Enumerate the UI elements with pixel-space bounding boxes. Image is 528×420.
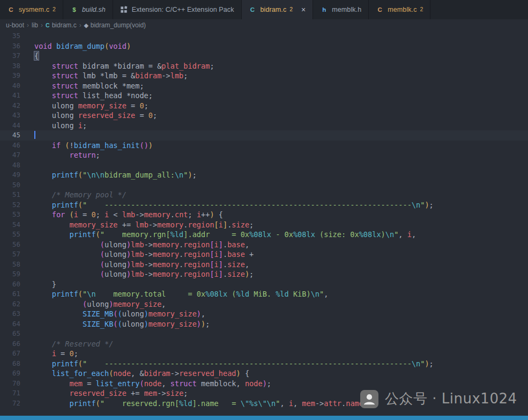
code-line[interactable]: 59 (ulong)lmb->memory.region[i].size); [0,269,528,279]
breadcrumb-item-symbol[interactable]: ◈ bidram_dump(void) [84,21,146,29]
tab-bidram-c[interactable]: C bidram.c 2 × [242,0,314,19]
line-number[interactable]: 45 [0,130,20,141]
line-number[interactable]: 48 [0,160,20,171]
code-line[interactable]: 48 [0,160,528,171]
line-number[interactable]: 35 [0,31,20,41]
line-number[interactable]: 36 [0,41,20,51]
line-number[interactable]: 66 [0,339,20,349]
line-number[interactable]: 37 [0,51,20,61]
line-number[interactable]: 65 [0,329,20,339]
line-number[interactable]: 44 [0,121,20,131]
line-number[interactable]: 63 [0,309,20,319]
line-number[interactable]: 59 [0,269,20,279]
line-number[interactable]: 67 [0,349,20,359]
line-number[interactable]: 68 [0,359,20,369]
code-line[interactable]: 37{ [0,51,528,61]
tab-bar: C sysmem.c 2 $ build.sh Extension: C/C++… [0,0,528,19]
line-number[interactable]: 39 [0,71,20,81]
status-bar[interactable] [0,416,528,420]
code-line[interactable]: 51 /* Memory pool */ [0,190,528,200]
breadcrumb-item-bidram-c[interactable]: C bidram.c [46,21,77,29]
line-number[interactable]: 69 [0,369,20,379]
code-line[interactable]: 64 SIZE_KB((ulong)memory_size)); [0,319,528,329]
token: region [183,250,210,259]
code-line[interactable]: 38 struct bidram *bidram = &plat_bidram; [0,61,528,71]
line-number[interactable]: 55 [0,230,20,240]
code-line[interactable]: 62 (ulong)memory_size, [0,299,528,310]
tab-extension-pack[interactable]: Extension: C/C++ Extension Pack [113,0,242,19]
token: ( [100,270,105,278]
breadcrumb-item-lib[interactable]: lib [32,21,38,29]
code-line[interactable]: 43 ulong reserved_size = 0; [0,110,528,121]
breadcrumb-item-uboot[interactable]: u-boot [6,21,24,29]
close-icon[interactable]: × [301,6,306,13]
line-number[interactable]: 46 [0,141,20,151]
code-line[interactable]: 53 for (i = 0; i < lmb->memory.cnt; i++)… [0,210,528,220]
line-number[interactable]: 41 [0,91,20,101]
token: printf [52,290,78,298]
line-number[interactable]: 57 [0,249,20,260]
code-line[interactable]: 60 } [0,279,528,290]
code-line[interactable]: 58 (ulong)lmb->memory.region[i].size, [0,260,528,270]
code-line[interactable]: 47 return; [0,150,528,160]
code-line[interactable]: 41 struct list_head *node; [0,91,528,101]
token: memory [144,210,170,219]
code-line[interactable]: 54 memory_size += lmb->memory.region[i].… [0,220,528,230]
code-line[interactable]: 46 if (!bidram_has_init()) [0,141,528,151]
line-number[interactable]: 72 [0,399,20,409]
tab-sysmem-c[interactable]: C sysmem.c 2 [0,0,63,19]
line-number[interactable]: 38 [0,61,20,71]
token: { [214,210,223,219]
code-line[interactable]: 42 ulong memory_size = 0; [0,101,528,111]
token: i [197,210,201,219]
code-line[interactable]: 61 printf("\n memory.total = 0x%08lx (%l… [0,289,528,299]
token: memory_size [148,310,197,318]
line-number[interactable]: 64 [0,319,20,329]
code-line[interactable]: 45 [0,130,528,141]
code-line[interactable]: 35 [0,31,528,41]
token: , [161,379,170,388]
line-number[interactable]: 43 [0,110,20,121]
code-line[interactable]: 65 [0,329,528,339]
line-number[interactable]: 40 [0,81,20,91]
code-line[interactable]: 66 /* Reserved */ [0,339,528,349]
editor[interactable]: 3536void bidram_dump(void)37{38 struct b… [0,31,528,408]
code-line[interactable]: 55 printf(" memory.rgn[%ld].addr = 0x%08… [0,230,528,240]
code-line[interactable]: 50 [0,180,528,190]
code-line[interactable]: 52 printf(" ----------------------------… [0,200,528,210]
line-number[interactable]: 50 [0,180,20,190]
code-line[interactable]: 57 (ulong)lmb->memory.region[i].base + [0,249,528,260]
line-number[interactable]: 62 [0,299,20,310]
code-line[interactable]: 39 struct lmb *lmb = &bidram->lmb; [0,71,528,81]
line-number[interactable]: 51 [0,190,20,200]
line-number[interactable]: 42 [0,101,20,111]
line-number[interactable]: 71 [0,388,20,399]
code-line[interactable]: 44 ulong i; [0,121,528,131]
tab-memblk-c[interactable]: C memblk.c 2 [369,0,430,19]
code-line[interactable]: 69 list_for_each(node, &bidram->reserved… [0,369,528,379]
breadcrumb: u-boot › lib › C bidram.c › ◈ bidram_dum… [0,19,528,31]
code-line[interactable]: 67 i = 0; [0,349,528,359]
line-number[interactable]: 60 [0,279,20,290]
line-number[interactable]: 53 [0,210,20,220]
line-number[interactable]: 56 [0,240,20,250]
line-number[interactable]: 58 [0,260,20,270]
line-number[interactable]: 47 [0,150,20,160]
code-line[interactable]: 63 SIZE_MB((ulong)memory_size), [0,309,528,319]
line-number[interactable]: 49 [0,170,20,180]
code-line[interactable]: 70 mem = list_entry(node, struct membloc… [0,379,528,389]
token [34,141,52,150]
code-line[interactable]: 68 printf(" ----------------------------… [0,359,528,369]
line-number[interactable]: 70 [0,379,20,389]
tab-build-sh[interactable]: $ build.sh [63,0,113,19]
code-line[interactable]: 49 printf("\n\nbidram_dump_all:\n"); [0,170,528,180]
code-line[interactable]: 36void bidram_dump(void) [0,41,528,51]
c-file-icon: C [7,6,15,13]
code-line[interactable]: 56 (ulong)lmb->memory.region[i].base, [0,240,528,250]
line-number[interactable]: 54 [0,220,20,230]
tab-memblk-h[interactable]: h memblk.h [313,0,369,19]
line-number[interactable]: 52 [0,200,20,210]
token: = [127,101,140,110]
line-number[interactable]: 61 [0,289,20,299]
code-line[interactable]: 40 struct memblock *mem; [0,81,528,91]
